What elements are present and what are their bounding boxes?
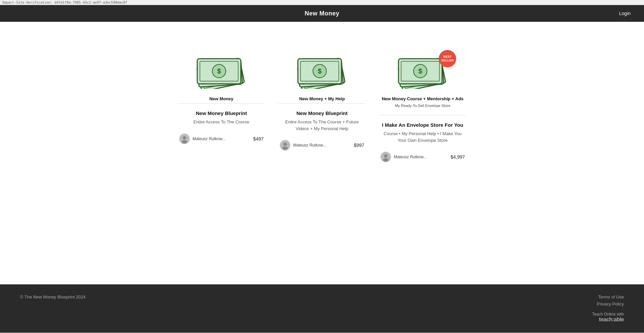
card-title-3: I Make An Envelope Store For You: [382, 122, 463, 128]
teachable-wrap: Teach Online with teach:able: [592, 312, 624, 323]
main-content: $ $ $ New Money New Money Blueprint Enti…: [0, 22, 644, 284]
card-divider-1: [178, 103, 265, 104]
footer-copyright: © The New Money Blueprint 2024: [20, 294, 86, 299]
card-author-row-3: Mateusz Rutkow... $4,997: [379, 152, 466, 162]
privacy-link[interactable]: Privacy Policy: [597, 301, 624, 307]
author-name-1: Mateusz Rutkow...: [193, 136, 225, 141]
footer-right: Terms of Use Privacy Policy Teach Online…: [592, 294, 624, 323]
author-left-2: Mateusz Rutkow...: [280, 140, 326, 151]
course-card-2[interactable]: $ $ $ New Money + My Help New Money Blue…: [278, 49, 366, 151]
card-divider-3: [379, 115, 466, 115]
card-subtitle-2: New Money + My Help: [299, 96, 345, 101]
card-price-1: $497: [253, 136, 264, 142]
teachable-brand: teach:able: [599, 317, 624, 323]
card-image-wrap-1: $ $ $: [191, 49, 252, 92]
card-author-row-1: Mateusz Rutkow... $497: [178, 133, 265, 144]
card-desc-1: Entire Access To The Course: [193, 119, 249, 125]
footer: © The New Money Blueprint 2024 Terms of …: [0, 284, 644, 333]
site-title: New Money: [305, 10, 339, 17]
card-desc-2: Entire Access To The Course + Future Vid…: [278, 119, 366, 132]
best-seller-line2: SELLER: [441, 59, 453, 62]
terms-link[interactable]: Terms of Use: [598, 294, 624, 299]
svg-text:$: $: [318, 67, 321, 75]
card-image-wrap-3: $ $ $ BEST SELLER: [392, 49, 453, 92]
avatar-1: [179, 133, 190, 144]
best-seller-line1: BEST: [443, 55, 451, 59]
card-desc-3: Course • My Personal Help • I Make You Y…: [379, 130, 466, 144]
svg-text:$: $: [418, 67, 422, 75]
login-link[interactable]: Login: [619, 11, 631, 16]
best-seller-badge: BEST SELLER: [439, 50, 456, 67]
teachable-text: Teach Online with: [592, 312, 624, 317]
card-price-3: $4,997: [450, 154, 465, 160]
course-card-3[interactable]: $ $ $ BEST SELLER New Money Course + Men…: [379, 49, 466, 162]
meta-verification: Impact-Site-Verification: b9fd1f0a-7905-…: [0, 0, 644, 5]
money-bills-icon-2: $ $ $: [295, 52, 349, 89]
card-title-2: New Money Blueprint: [297, 110, 348, 116]
svg-point-43: [384, 154, 387, 158]
svg-point-28: [283, 143, 287, 146]
card-title-1: New Money Blueprint: [196, 110, 247, 116]
card-subtitle-3: New Money Course + Mentorship + Ads: [382, 96, 464, 101]
topbar: New Money Login: [0, 5, 644, 22]
author-left-1: Mateusz Rutkow...: [179, 133, 225, 144]
author-name-3: Mateusz Rutkow...: [394, 155, 427, 159]
card-image-wrap-2: $ $ $: [292, 49, 352, 92]
card-subtitle-1: New Money: [209, 96, 233, 101]
author-name-2: Mateusz Rutkow...: [293, 143, 326, 148]
course-card-1[interactable]: $ $ $ New Money New Money Blueprint Enti…: [178, 49, 265, 144]
svg-point-13: [183, 136, 186, 140]
svg-point-29: [282, 147, 288, 150]
svg-point-14: [182, 140, 187, 144]
card-price-2: $997: [354, 143, 364, 148]
money-bills-icon-1: $ $ $: [195, 52, 248, 89]
card-badge-text-3: My Ready-To-Sell Envelope Store: [395, 103, 450, 108]
author-left-3: Mateusz Rutkow...: [380, 152, 427, 162]
svg-text:$: $: [217, 67, 221, 75]
avatar-2: [280, 140, 290, 151]
card-divider-2: [278, 103, 366, 104]
avatar-3: [380, 152, 391, 162]
svg-point-44: [383, 158, 388, 162]
card-author-row-2: Mateusz Rutkow... $997: [278, 140, 366, 151]
